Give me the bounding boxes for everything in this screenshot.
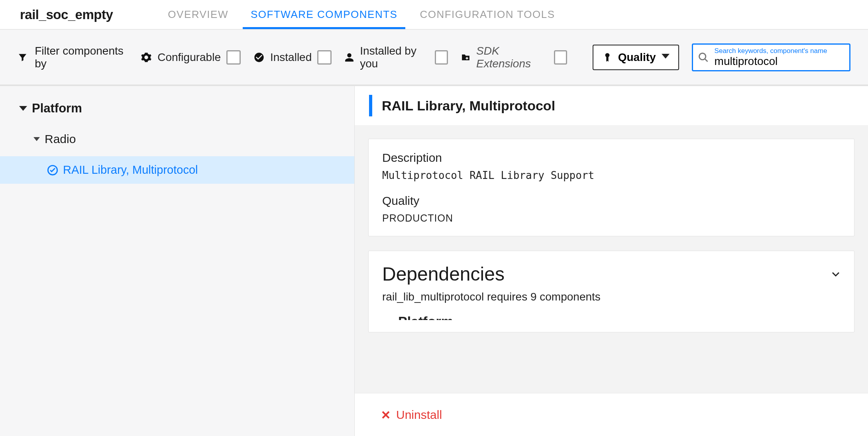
filter-sdk-extensions-checkbox[interactable] bbox=[554, 50, 567, 65]
folder-plus-icon bbox=[461, 52, 471, 63]
filter-installed-by-you: Installed by you bbox=[344, 45, 448, 70]
filter-configurable-label: Configurable bbox=[157, 51, 221, 64]
description-card: Description Multiprotocol RAIL Library S… bbox=[368, 139, 854, 236]
tree-node-label: Platform bbox=[32, 101, 82, 116]
body: Platform Radio RAIL Library, Multiprotoc… bbox=[0, 86, 868, 436]
filter-bar: Filter components by Configurable Instal… bbox=[0, 29, 868, 86]
filter-configurable-checkbox[interactable] bbox=[226, 50, 241, 65]
uninstall-button[interactable]: Uninstall bbox=[381, 408, 442, 422]
filter-sdk-extensions-label: SDK Extensions bbox=[476, 45, 548, 70]
project-title: rail_soc_empty bbox=[20, 7, 113, 22]
tree-leaf-label: RAIL Library, Multiprotocol bbox=[63, 163, 198, 177]
detail-title: RAIL Library, Multiprotocol bbox=[382, 98, 555, 114]
quality-label: Quality bbox=[382, 194, 841, 208]
footer: Uninstall bbox=[355, 393, 868, 436]
chevron-down-icon bbox=[662, 54, 670, 61]
tree-node-platform[interactable]: Platform bbox=[0, 97, 354, 120]
tabs: OVERVIEW SOFTWARE COMPONENTS CONFIGURATI… bbox=[157, 0, 566, 29]
filter-sdk-extensions: SDK Extensions bbox=[461, 45, 567, 70]
uninstall-label: Uninstall bbox=[396, 408, 442, 422]
tab-software-components[interactable]: SOFTWARE COMPONENTS bbox=[240, 0, 408, 29]
sidebar: Platform Radio RAIL Library, Multiprotoc… bbox=[0, 86, 355, 436]
filter-label: Filter components by bbox=[35, 45, 128, 70]
description-body: Multiprotocol RAIL Library Support bbox=[382, 169, 841, 181]
dependencies-title: Dependencies bbox=[382, 263, 505, 285]
person-icon bbox=[344, 52, 354, 63]
close-icon bbox=[381, 410, 391, 420]
main: RAIL Library, Multiprotocol Description … bbox=[355, 86, 868, 436]
gear-icon bbox=[141, 52, 152, 63]
installed-check-icon bbox=[47, 165, 58, 176]
filter-installed-label: Installed bbox=[270, 51, 312, 64]
detail-header: RAIL Library, Multiprotocol bbox=[355, 86, 868, 125]
filter-installed: Installed bbox=[253, 50, 332, 65]
filter-installed-checkbox[interactable] bbox=[317, 50, 332, 65]
tree-node-radio[interactable]: Radio bbox=[0, 128, 354, 150]
tree-leaf-rail-library-multiprotocol[interactable]: RAIL Library, Multiprotocol bbox=[0, 156, 354, 184]
tab-overview[interactable]: OVERVIEW bbox=[157, 0, 240, 29]
dependencies-card: Dependencies rail_lib_multiprotocol requ… bbox=[368, 251, 854, 332]
accent-strip bbox=[369, 95, 372, 116]
header: rail_soc_empty OVERVIEW SOFTWARE COMPONE… bbox=[0, 0, 868, 29]
filter-installed-by-you-label: Installed by you bbox=[360, 45, 429, 70]
search-icon bbox=[698, 52, 709, 63]
quality-dropdown-label: Quality bbox=[618, 51, 656, 64]
quality-value: PRODUCTION bbox=[382, 212, 841, 224]
quality-dropdown[interactable]: Quality bbox=[593, 45, 679, 70]
dependencies-header[interactable]: Dependencies bbox=[382, 263, 841, 285]
ribbon-icon bbox=[602, 52, 613, 63]
filter-installed-by-you-checkbox[interactable] bbox=[435, 50, 448, 65]
tab-configuration-tools[interactable]: CONFIGURATION TOOLS bbox=[408, 0, 566, 29]
search-box[interactable]: Search keywords, component's name bbox=[692, 43, 850, 71]
filter-intro: Filter components by bbox=[18, 45, 128, 70]
check-circle-icon bbox=[253, 52, 265, 63]
search-input[interactable] bbox=[715, 55, 844, 68]
search-placeholder: Search keywords, component's name bbox=[715, 47, 844, 55]
expand-icon bbox=[19, 106, 27, 111]
chevron-down-icon bbox=[831, 269, 841, 279]
detail-scroll[interactable]: Description Multiprotocol RAIL Library S… bbox=[355, 125, 868, 393]
filter-icon bbox=[18, 52, 27, 63]
tree-node-label: Radio bbox=[45, 132, 76, 146]
expand-icon bbox=[33, 137, 40, 141]
dependencies-peek: Platform bbox=[382, 314, 841, 320]
dependencies-subtitle: rail_lib_multiprotocol requires 9 compon… bbox=[382, 291, 841, 303]
svg-point-0 bbox=[699, 53, 705, 59]
filter-configurable: Configurable bbox=[141, 50, 241, 65]
description-label: Description bbox=[382, 151, 841, 165]
